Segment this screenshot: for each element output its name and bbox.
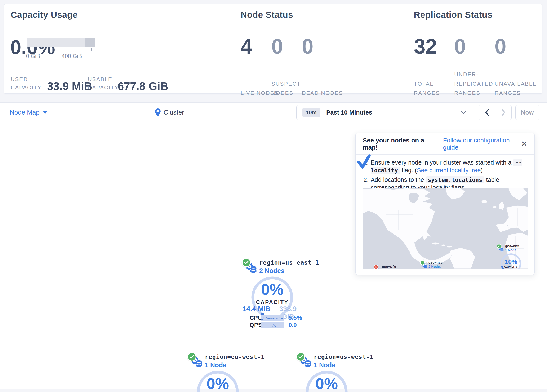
healthy-status-icon: [187, 352, 196, 361]
capacity-bar: [27, 38, 96, 47]
region-capacity-percent: 0%: [186, 376, 249, 392]
blue-check-icon: [357, 154, 371, 169]
capacity-axis-label-400: 400 GiB: [62, 53, 82, 60]
map-node-name: geo=ams: [505, 244, 519, 248]
region-name: region=us-east-1: [259, 259, 319, 266]
live-nodes-value: 4: [241, 36, 252, 57]
region-card-eu-west-1[interactable]: region=eu-west-1 1 Node 0% CAPACITY 9.9 …: [186, 351, 249, 392]
map-node-count: 2 Nodes: [429, 265, 441, 269]
capacity-gauge-label: CAPACITY: [241, 299, 304, 305]
qps-sparkline: [260, 322, 284, 328]
location-pin-icon: [155, 109, 161, 117]
breadcrumb[interactable]: Cluster: [155, 103, 184, 122]
qps-value: 0.0: [289, 322, 297, 328]
time-range-dropdown[interactable]: 10m Past 10 Minutes: [296, 105, 474, 120]
region-capacity-percent: 0%: [295, 376, 358, 392]
healthy-status-icon: [242, 258, 251, 267]
qps-label: QPS: [250, 322, 260, 328]
capacity-gauge-label: CAPACITY: [499, 266, 524, 268]
region-capacity-percent: 0%: [241, 282, 304, 297]
breadcrumb-label: Cluster: [164, 109, 184, 116]
cpu-sparkline: [260, 315, 284, 321]
setup-step-1: 1. Ensure every node in your cluster was…: [363, 159, 529, 174]
capacity-axis-tick: [52, 48, 53, 51]
suspect-nodes-stat: 0 SUSPECT NODES: [271, 36, 283, 88]
live-nodes-stat: 4 LIVE NODES: [241, 36, 252, 88]
total-ranges-label: TOTAL RANGES: [414, 74, 456, 98]
toolbar: Node Map Cluster 10m Past 10 Minutes Now: [0, 102, 547, 122]
healthy-status-icon: [420, 261, 425, 265]
locality-tree-link[interactable]: See current locality tree: [417, 167, 481, 174]
step-text-segment: flag. (: [400, 167, 417, 174]
healthy-status-icon: [296, 352, 305, 361]
region-node-count-link[interactable]: 1 Node: [205, 361, 226, 369]
step-text: Ensure every node in your cluster was st…: [371, 159, 529, 174]
step-text-segment: Ensure every node in your cluster was st…: [371, 159, 513, 166]
suspect-nodes-value: 0: [271, 36, 283, 57]
close-icon[interactable]: ✕: [521, 140, 527, 148]
region-node-count-link[interactable]: 2 Nodes: [259, 267, 285, 275]
cpu-value: 5.5%: [289, 315, 302, 321]
step-text-segment: Add locations to the: [371, 176, 426, 183]
under-replicated-stat: 0 UNDER-REPLICATED RANGES: [454, 36, 466, 88]
under-replicated-label: UNDER-REPLICATED RANGES: [454, 66, 499, 98]
map-node-count: 1 Node: [505, 248, 516, 252]
cluster-summary-panel: Capacity Usage 0.0% 0 GiB 400 GiB USED C…: [4, 4, 542, 94]
dead-nodes-label: DEAD NODES: [302, 74, 344, 98]
node-map-setup-panel: See your nodes on a map! Follow our conf…: [356, 133, 535, 275]
dead-nodes-value: 0: [302, 36, 314, 57]
map-node-capacity-percent: 10%: [499, 259, 524, 265]
cpu-label: CPU: [250, 315, 260, 321]
capacity-axis-tick: [72, 48, 72, 51]
map-node-name: geo=nyc: [429, 261, 443, 264]
total-ranges-value: 32: [414, 36, 437, 57]
chevron-right-icon: [501, 109, 506, 116]
setup-panel-title: See your nodes on a map!: [363, 137, 435, 151]
code-chip: system.locations: [426, 176, 484, 183]
time-range-badge: 10m: [302, 108, 320, 117]
now-button[interactable]: Now: [515, 105, 539, 120]
map-node-name: geo=sfo: [382, 265, 396, 269]
capacity-axis-label-0: 0 GiB: [26, 53, 40, 60]
step-text-segment: ): [481, 167, 483, 174]
total-ranges-stat: 32 TOTAL RANGES: [414, 36, 437, 88]
region-name: region=us-west-1: [314, 353, 374, 360]
node-map-canvas: region=us-east-1 2 Nodes 0% CAPACITY 14.…: [0, 122, 547, 389]
view-selector-label: Node Map: [10, 109, 40, 116]
region-name: region=eu-west-1: [205, 353, 265, 360]
warning-count-badge: 1: [374, 265, 378, 269]
capacity-axis-tick: [91, 48, 91, 51]
chevron-down-icon: [43, 111, 48, 114]
chevron-left-icon: [485, 109, 489, 116]
chevron-down-icon: [460, 110, 466, 114]
unavailable-ranges-stat: 0 UNAVAILABLE RANGES: [495, 36, 506, 88]
used-capacity-value: 33.9 MiB: [47, 80, 92, 93]
configuration-guide-link[interactable]: Follow our configuration guide: [443, 137, 521, 151]
usable-capacity-value: 677.8 GiB: [118, 80, 168, 93]
time-forward-button[interactable]: [495, 105, 512, 120]
unavailable-ranges-value: 0: [495, 36, 506, 57]
region-node-count-link[interactable]: 1 Node: [314, 361, 335, 369]
time-range-label: Past 10 Minutes: [326, 109, 372, 116]
setup-panel-header: See your nodes on a map! Follow our conf…: [356, 133, 534, 155]
view-selector-dropdown[interactable]: Node Map: [10, 103, 48, 122]
replication-status-title: Replication Status: [414, 10, 492, 20]
time-back-button[interactable]: [479, 105, 495, 120]
healthy-status-icon: [497, 244, 501, 248]
unavailable-ranges-label: UNAVAILABLE RANGES: [495, 74, 537, 98]
node-status-title: Node Status: [241, 10, 293, 20]
dead-nodes-stat: 0 DEAD NODES: [302, 36, 314, 88]
toolbar-divider: [287, 104, 287, 121]
used-capacity-label: USED CAPACITY: [11, 75, 46, 92]
example-map: 1 geo=sfo 2 Nodes 9% CAPACITY: [362, 188, 528, 269]
capacity-usage-title: Capacity Usage: [11, 10, 78, 20]
capacity-axis-tick: [33, 48, 33, 51]
under-replicated-value: 0: [454, 36, 466, 57]
time-nav-buttons: [479, 105, 512, 120]
capacity-bar-reserved-segment: [85, 38, 96, 47]
region-card-us-west-1[interactable]: region=us-west-1 1 Node 0% CAPACITY 9.6 …: [295, 351, 358, 392]
region-card-us-east-1[interactable]: region=us-east-1 2 Nodes 0% CAPACITY 14.…: [241, 257, 304, 329]
